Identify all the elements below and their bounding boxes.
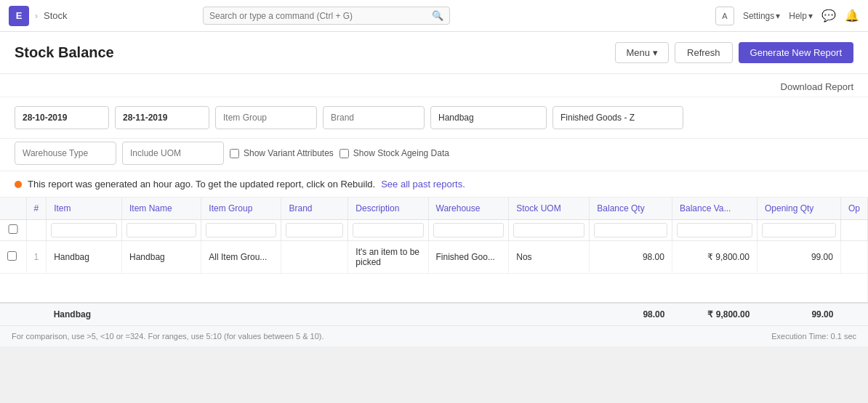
- help-menu[interactable]: Help ▾: [789, 11, 813, 21]
- row-checkbox[interactable]: [7, 251, 17, 261]
- nav-right-actions: A Settings ▾ Help ▾ 💬 🔔: [715, 7, 859, 25]
- col-description[interactable]: Description: [348, 198, 428, 220]
- row-balance-qty: 98.00: [590, 241, 672, 274]
- col-checkbox: [0, 198, 26, 220]
- filter-item-group[interactable]: [206, 223, 276, 237]
- filter-item[interactable]: [51, 223, 117, 237]
- col-item-group[interactable]: Item Group: [201, 198, 281, 220]
- bottom-bar: For comparison, use >5, <10 or =324. For…: [0, 325, 868, 346]
- col-opening-qty[interactable]: Opening Qty: [757, 198, 840, 220]
- filter-balance-val[interactable]: [677, 223, 752, 237]
- filter-brand[interactable]: [286, 223, 343, 237]
- row-item: Handbag: [47, 241, 122, 274]
- bell-icon[interactable]: 🔔: [845, 9, 859, 23]
- breadcrumb-separator: ›: [35, 11, 38, 21]
- row-balance-val: ₹ 9,800.00: [672, 241, 757, 274]
- row-opening-qty: 99.00: [757, 241, 840, 274]
- col-item[interactable]: Item: [47, 198, 122, 220]
- avatar: A: [715, 7, 734, 25]
- row-warehouse: Finished Goo...: [428, 241, 509, 274]
- summary-opening-qty: 99.00: [757, 303, 840, 325]
- table-row: 1 Handbag Handbag All Item Grou... It's …: [0, 241, 868, 274]
- generate-report-button[interactable]: Generate New Report: [739, 42, 853, 63]
- chat-icon[interactable]: 💬: [821, 9, 836, 23]
- date-to-input[interactable]: [115, 106, 209, 129]
- select-all-checkbox[interactable]: [4, 224, 22, 234]
- summary-balance-val: ₹ 9,800.00: [672, 303, 757, 325]
- report-notice: This report was generated an hour ago. T…: [0, 171, 868, 198]
- download-report-button[interactable]: Download Report: [781, 81, 853, 92]
- menu-button[interactable]: Menu ▾: [615, 42, 669, 63]
- search-input[interactable]: [209, 11, 427, 21]
- settings-menu[interactable]: Settings ▾: [743, 11, 780, 21]
- refresh-button[interactable]: Refresh: [675, 42, 733, 63]
- table-header-row: # Item Item Name Item Group Brand Descri…: [0, 198, 868, 220]
- spacer-row: [0, 274, 868, 303]
- main-content: Download Report Show Variant Attributes …: [0, 74, 868, 346]
- col-balance-val[interactable]: Balance Va...: [672, 198, 757, 220]
- warehouse-type-input[interactable]: [15, 142, 116, 165]
- search-bar[interactable]: 🔍: [203, 7, 450, 25]
- table-body: 1 Handbag Handbag All Item Grou... It's …: [0, 241, 868, 303]
- brand-input[interactable]: [323, 106, 425, 129]
- row-description: It's an item to be picke‌d: [348, 241, 428, 274]
- show-ageing-checkbox[interactable]: [339, 149, 349, 158]
- filter-stock-uom[interactable]: [513, 223, 584, 237]
- show-ageing-checkbox-label[interactable]: Show Stock Ageing Data: [339, 142, 449, 165]
- row-brand: [281, 241, 348, 274]
- filter-balance-qty[interactable]: [594, 223, 667, 237]
- download-row: Download Report: [0, 74, 868, 97]
- execution-time: Execution Time: 0.1 sec: [771, 332, 856, 341]
- row-item-name: Handbag: [122, 241, 201, 274]
- search-icon: 🔍: [432, 10, 443, 21]
- row-stock-uom: Nos: [509, 241, 590, 274]
- filter-description[interactable]: [353, 223, 423, 237]
- row-op: [840, 241, 867, 274]
- summary-row: Handbag 98.00 ₹ 9,800.00 99.00: [0, 303, 868, 325]
- notice-dot: [15, 181, 22, 188]
- show-variant-checkbox-label[interactable]: Show Variant Attributes: [230, 142, 334, 165]
- stock-table: # Item Item Name Item Group Brand Descri…: [0, 198, 868, 325]
- col-warehouse[interactable]: Warehouse: [428, 198, 509, 220]
- past-reports-link[interactable]: See all past reports.: [381, 179, 465, 190]
- column-filter-row: [0, 220, 868, 241]
- col-op[interactable]: Op: [840, 198, 867, 220]
- filter-warehouse[interactable]: [433, 223, 505, 237]
- col-item-name[interactable]: Item Name: [122, 198, 201, 220]
- row-num: 1: [26, 241, 47, 274]
- filter-item-name[interactable]: [126, 223, 196, 237]
- breadcrumb-stock[interactable]: Stock: [44, 10, 68, 21]
- col-stock-uom[interactable]: Stock UOM: [509, 198, 590, 220]
- col-brand[interactable]: Brand: [281, 198, 348, 220]
- page-header: Stock Balance Menu ▾ Refresh Generate Ne…: [0, 32, 868, 74]
- top-navigation: E › Stock 🔍 A Settings ▾ Help ▾ 💬 🔔: [0, 0, 868, 32]
- include-uom-input[interactable]: [122, 142, 224, 165]
- filter-opening-qty[interactable]: [762, 223, 836, 237]
- footer-hint: For comparison, use >5, <10 or =324. For…: [12, 332, 324, 341]
- row-item-group: All Item Grou...: [201, 241, 281, 274]
- col-num: #: [26, 198, 47, 220]
- app-logo: E: [9, 6, 29, 26]
- page-title: Stock Balance: [15, 44, 615, 61]
- show-variant-checkbox[interactable]: [230, 149, 239, 158]
- date-from-input[interactable]: [15, 106, 109, 129]
- summary-label: Handbag: [47, 303, 122, 325]
- item-group-input[interactable]: [215, 106, 317, 129]
- item-input[interactable]: [430, 106, 547, 129]
- filters-row-1: [0, 97, 868, 139]
- col-balance-qty[interactable]: Balance Qty: [590, 198, 672, 220]
- finished-goods-input[interactable]: [552, 106, 683, 129]
- filters-row-2: Show Variant Attributes Show Stock Agein…: [0, 139, 868, 171]
- summary-balance-qty: 98.00: [590, 303, 672, 325]
- header-actions: Menu ▾ Refresh Generate New Report: [615, 42, 853, 63]
- stock-table-container: # Item Item Name Item Group Brand Descri…: [0, 198, 868, 325]
